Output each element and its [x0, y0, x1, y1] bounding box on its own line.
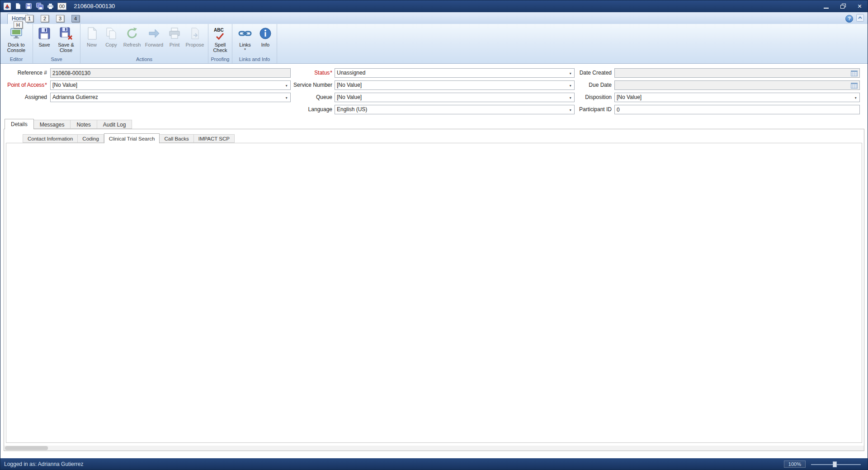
button-label: New — [87, 42, 97, 47]
button-label: Dock to Console — [3, 42, 30, 53]
calendar-icon[interactable] — [850, 82, 859, 89]
language-label: Language — [253, 105, 332, 114]
propose-button[interactable]: Propose — [184, 24, 206, 56]
spell-check-button[interactable]: ABC Spell Check — [210, 24, 230, 56]
record-tabs: Details Messages Notes Audit Log — [5, 119, 132, 129]
close-icon: ✕ — [857, 3, 862, 9]
minimize-button[interactable] — [818, 0, 835, 12]
forward-button[interactable]: Forward — [143, 24, 165, 56]
ribbon-group-proofing: ABC Spell Check Proofing — [208, 24, 232, 63]
details-subtabs: Contact Information Coding Clinical Tria… — [23, 133, 235, 143]
propose-icon — [188, 26, 202, 41]
ribbon-group-save: Save Save & Close Save — [33, 24, 80, 63]
zoom-level: 100% — [784, 461, 806, 468]
button-label: Links — [239, 42, 251, 47]
qat-save-button[interactable] — [25, 2, 33, 10]
button-label: Print — [170, 42, 180, 47]
button-label: Copy — [105, 42, 117, 47]
due-date-label: Due Date — [533, 80, 612, 90]
button-label: Info — [261, 42, 269, 47]
keytip-1: 1 — [25, 15, 33, 22]
disposition-dropdown[interactable]: [No Value]▼ — [614, 93, 860, 102]
qat-print-button[interactable] — [47, 2, 54, 10]
due-date-field[interactable] — [614, 80, 860, 90]
maximize-button[interactable] — [835, 0, 851, 12]
statusbar: Logged in as: Adrianna Gutierrez 100% — [0, 458, 868, 470]
new-button[interactable]: New — [82, 24, 101, 56]
save-close-icon — [59, 26, 73, 41]
participant-id-label: Participant ID — [533, 105, 612, 114]
horizontal-scrollbar[interactable] — [4, 446, 864, 451]
save-close-button[interactable]: Save & Close — [54, 24, 78, 56]
dock-to-console-button[interactable]: Dock to Console — [2, 24, 31, 56]
ribbon-group-editor: Dock to Console Editor — [0, 24, 33, 63]
status-value: Unassigned — [337, 69, 365, 77]
subtab-coding[interactable]: Coding — [78, 134, 104, 143]
close-button[interactable]: ✕ — [851, 0, 868, 12]
tab-notes[interactable]: Notes — [71, 120, 97, 129]
qat-badge: 00 — [57, 3, 66, 10]
reference-label: Reference # — [0, 68, 47, 78]
links-icon — [238, 26, 252, 41]
zoom-thumb[interactable] — [833, 461, 837, 467]
new-document-icon — [85, 26, 99, 41]
refresh-icon — [125, 26, 139, 41]
button-label: Save — [38, 42, 50, 47]
save-button[interactable]: Save — [35, 24, 54, 56]
ribbon-pin-icon — [856, 14, 864, 22]
service-number-label: Service Number — [253, 80, 332, 90]
service-number-value: [No Value] — [337, 81, 362, 89]
button-label: Forward — [145, 42, 163, 47]
ribbon-pin-button[interactable] — [856, 14, 864, 23]
tab-details[interactable]: Details — [5, 119, 34, 129]
tab-messages[interactable]: Messages — [34, 120, 71, 129]
info-button[interactable]: Info — [256, 24, 275, 56]
minimize-icon — [824, 8, 829, 9]
disposition-value: [No Value] — [617, 93, 642, 102]
svg-text:ABC: ABC — [214, 28, 224, 33]
copy-icon — [104, 26, 118, 41]
participant-id-input[interactable] — [614, 105, 860, 114]
button-label: Refresh — [123, 42, 141, 47]
language-value: English (US) — [337, 105, 367, 114]
copy-button[interactable]: Copy — [101, 24, 121, 56]
point-of-access-value: [No Value] — [52, 81, 77, 89]
ribbon: Dock to Console Editor Save Save & Close — [0, 24, 868, 64]
subtab-clinical-trial-search[interactable]: Clinical Trial Search — [104, 133, 160, 143]
tab-audit-log[interactable]: Audit Log — [97, 120, 132, 129]
application-window: 00 210608-000130 ✕ Home 1 2 3 4 H ? — [0, 0, 868, 470]
keytip-2: 2 — [41, 15, 49, 22]
subtab-impact-scp[interactable]: IMPACT SCP — [194, 134, 235, 143]
zoom-slider[interactable] — [811, 461, 861, 468]
keytip-h: H — [14, 21, 23, 28]
queue-label: Queue — [253, 93, 332, 102]
group-label-actions: Actions — [82, 56, 206, 63]
print-icon — [167, 26, 182, 41]
date-created-label: Date Created — [533, 68, 612, 78]
links-button[interactable]: Links ▼ — [234, 24, 256, 56]
save-icon — [37, 26, 52, 41]
help-button[interactable]: ? — [845, 15, 853, 23]
group-label-editor: Editor — [2, 56, 31, 63]
date-created-field[interactable] — [614, 68, 860, 78]
forward-icon — [147, 26, 161, 41]
keytip-3: 3 — [56, 15, 64, 22]
status-label: Status* — [253, 68, 332, 78]
group-label-links-info: Links and Info — [234, 56, 275, 63]
group-label-proofing: Proofing — [210, 56, 230, 63]
print-button[interactable]: Print — [165, 24, 184, 56]
qat-save-all-button[interactable] — [36, 2, 43, 10]
refresh-button[interactable]: Refresh — [121, 24, 143, 56]
quick-access-toolbar: 00 — [0, 2, 66, 10]
app-icon[interactable] — [3, 2, 11, 10]
clinical-trial-search-panel — [6, 143, 862, 443]
subtab-contact-information[interactable]: Contact Information — [23, 134, 78, 143]
qat-new-button[interactable] — [14, 2, 22, 10]
spell-check-icon: ABC — [213, 26, 227, 41]
calendar-icon[interactable] — [850, 70, 859, 77]
info-icon — [258, 26, 273, 41]
hscroll-thumb[interactable] — [5, 446, 48, 450]
window-controls: ✕ — [818, 0, 868, 12]
window-title: 210608-000130 — [74, 3, 115, 9]
subtab-call-backs[interactable]: Call Backs — [160, 134, 193, 143]
